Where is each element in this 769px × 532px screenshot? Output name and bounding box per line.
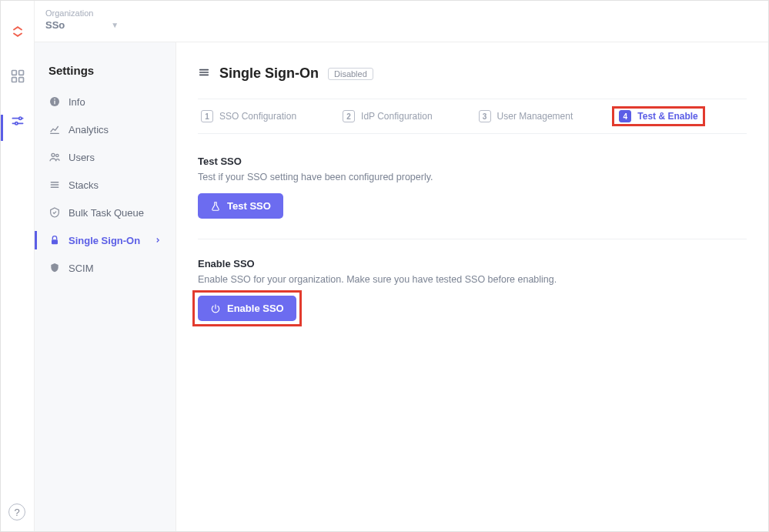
divider (198, 239, 747, 239)
info-icon (48, 95, 61, 108)
svg-rect-0 (12, 71, 16, 75)
step-tabs: 1 SSO Configuration 2 IdP Configuration … (198, 99, 747, 134)
svg-point-10 (56, 154, 59, 156)
section-description: Enable SSO for your organization. Make s… (198, 274, 747, 285)
sidebar-item-label: Info (69, 96, 85, 108)
button-label: Test SSO (227, 200, 271, 212)
chevron-right-icon (154, 235, 162, 246)
step-label: Test & Enable (637, 111, 697, 122)
sidebar-item-users[interactable]: Users (35, 143, 176, 171)
logo-icon[interactable] (10, 24, 25, 42)
enable-sso-button[interactable]: Enable SSO (198, 296, 296, 321)
sidebar-item-label: Users (69, 152, 95, 163)
step-sso-configuration[interactable]: 1 SSO Configuration (201, 110, 296, 122)
power-icon (210, 303, 221, 314)
lock-icon (48, 234, 61, 246)
page-title: Single Sign-On (219, 65, 319, 82)
nav-rail (1, 1, 35, 531)
org-label: Organization (45, 8, 119, 18)
svg-rect-2 (12, 78, 16, 82)
sidebar-item-label: Stacks (69, 179, 99, 191)
rail-active-indicator (1, 115, 3, 141)
sidebar-item-single-sign-on[interactable]: Single Sign-On (35, 226, 176, 254)
sidebar-item-analytics[interactable]: Analytics (35, 115, 176, 143)
dashboard-icon[interactable] (10, 69, 25, 87)
svg-point-5 (15, 122, 17, 125)
sidebar-item-label: SCIM (69, 263, 94, 274)
test-sso-button[interactable]: Test SSO (198, 193, 283, 219)
shield-icon (48, 262, 61, 274)
settings-sliders-icon[interactable] (10, 113, 25, 132)
section-heading: Enable SSO (198, 258, 747, 269)
section-heading: Test SSO (198, 156, 747, 167)
analytics-icon (48, 123, 61, 136)
sidebar-item-bulk-task-queue[interactable]: Bulk Task Queue (35, 199, 176, 226)
step-label: IdP Configuration (361, 111, 433, 122)
section-test-sso: Test SSO Test if your SSO setting have b… (198, 156, 747, 219)
sidebar-item-stacks[interactable]: Stacks (35, 171, 176, 199)
page-title-row: Single Sign-On Disabled (198, 65, 747, 82)
step-number: 1 (201, 110, 213, 122)
highlight-box: Enable SSO (192, 290, 302, 326)
step-number: 3 (479, 110, 491, 122)
step-number: 4 (619, 110, 631, 122)
sidebar-item-label: Bulk Task Queue (69, 207, 144, 219)
org-selector[interactable]: SSo ▼ (45, 19, 119, 31)
highlight-box: 4 Test & Enable (612, 106, 704, 126)
sidebar-title: Settings (35, 64, 176, 88)
stacks-icon (48, 179, 61, 191)
step-user-management[interactable]: 3 User Management (479, 110, 573, 122)
section-enable-sso: Enable SSO Enable SSO for your organizat… (198, 258, 747, 321)
svg-point-4 (18, 117, 21, 119)
org-name: SSo (45, 19, 65, 31)
top-header: Organization SSo ▼ (35, 1, 768, 42)
main-content: Single Sign-On Disabled 1 SSO Configurat… (176, 42, 768, 531)
svg-rect-7 (54, 101, 55, 105)
section-description: Test if your SSO setting have been confi… (198, 172, 747, 182)
status-badge: Disabled (328, 68, 373, 80)
step-label: User Management (497, 111, 573, 122)
settings-sidebar: Settings Info Analytics Users Stacks Bul… (35, 42, 176, 531)
flask-icon (210, 201, 221, 212)
sidebar-item-info[interactable]: Info (35, 88, 176, 115)
svg-rect-8 (54, 99, 55, 99)
sidebar-item-scim[interactable]: SCIM (35, 254, 176, 282)
sidebar-item-label: Single Sign-On (69, 235, 140, 246)
button-label: Enable SSO (227, 303, 284, 314)
menu-icon[interactable] (198, 66, 210, 82)
queue-icon (48, 206, 61, 219)
help-button[interactable]: ? (8, 504, 25, 520)
caret-down-icon: ▼ (111, 21, 119, 29)
svg-rect-11 (52, 239, 58, 244)
step-test-and-enable[interactable]: 4 Test & Enable (619, 110, 697, 122)
step-label: SSO Configuration (219, 111, 296, 122)
step-idp-configuration[interactable]: 2 IdP Configuration (343, 110, 433, 122)
svg-point-9 (52, 153, 55, 156)
svg-rect-1 (18, 71, 23, 75)
svg-rect-3 (18, 78, 23, 82)
users-icon (48, 151, 61, 163)
step-number: 2 (343, 110, 355, 122)
sidebar-item-label: Analytics (69, 124, 109, 136)
